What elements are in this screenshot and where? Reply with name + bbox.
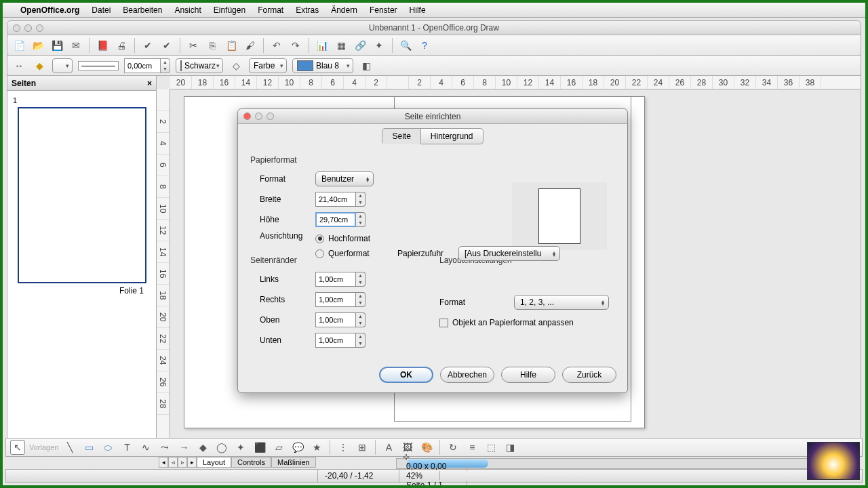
stars-icon[interactable]: ★ — [309, 440, 324, 455]
print-icon[interactable]: 🖨 — [114, 38, 129, 53]
ellipse-icon[interactable]: ⬭ — [100, 440, 115, 455]
margin-bottom-input[interactable] — [315, 333, 356, 348]
dialog-minimize-icon[interactable] — [255, 113, 262, 120]
sheet-tab-layout[interactable]: Layout — [197, 457, 231, 468]
status-zoom[interactable]: 42% — [399, 471, 440, 481]
line-width-input[interactable] — [124, 58, 161, 73]
line-width-stepper[interactable]: ▲▼ — [161, 58, 170, 73]
undo-icon[interactable]: ↶ — [269, 38, 284, 53]
autospell-icon[interactable]: ✔ — [159, 38, 174, 53]
tab-seite[interactable]: Seite — [382, 128, 420, 144]
curve-icon[interactable]: ∿ — [138, 440, 153, 455]
tab-nav-next-icon[interactable]: ▹ — [178, 457, 187, 468]
cancel-button[interactable]: Abbrechen — [440, 367, 494, 383]
copy-icon[interactable]: ⎘ — [205, 38, 220, 53]
close-panel-icon[interactable]: × — [147, 79, 152, 88]
margin-bottom-stepper[interactable]: ▲▼ — [356, 333, 366, 348]
back-button[interactable]: Zurück — [562, 367, 616, 383]
paste-icon[interactable]: 📋 — [224, 38, 239, 53]
rotate-icon[interactable]: ↻ — [446, 440, 460, 455]
format-select[interactable]: Benutzer — [315, 171, 374, 186]
pdf-icon[interactable]: 📕 — [95, 38, 110, 53]
tab-nav-last-icon[interactable]: ▸ — [187, 457, 197, 468]
fontwork-icon[interactable]: A — [381, 440, 396, 455]
width-stepper[interactable]: ▲▼ — [356, 192, 366, 207]
menu-einfuegen[interactable]: Einfügen — [214, 5, 245, 15]
open-icon[interactable]: 📂 — [31, 38, 45, 53]
table-icon[interactable]: ▦ — [334, 38, 349, 53]
arrow-icon[interactable]: ↔ — [12, 58, 26, 73]
margin-left-stepper[interactable]: ▲▼ — [356, 272, 366, 287]
margin-right-input[interactable] — [315, 292, 356, 307]
tab-nav-prev-icon[interactable]: ◃ — [168, 457, 178, 468]
email-icon[interactable]: ✉ — [68, 38, 83, 53]
layout-format-select[interactable]: 1, 2, 3, ... — [514, 295, 609, 310]
fill-color-combo[interactable]: Blau 8 — [292, 58, 353, 73]
line-icon[interactable]: ╲ — [62, 440, 77, 455]
zoom-icon[interactable]: 🔍 — [398, 38, 413, 53]
height-input[interactable] — [315, 212, 356, 227]
menu-hilfe[interactable]: Hilfe — [410, 5, 426, 15]
basic-shapes-icon[interactable]: ◯ — [214, 440, 229, 455]
margin-top-input[interactable] — [315, 312, 356, 327]
align-icon[interactable]: ≡ — [465, 440, 479, 455]
menu-datei[interactable]: Datei — [92, 5, 111, 15]
close-icon[interactable] — [13, 24, 20, 32]
shadow-icon[interactable]: ◧ — [359, 58, 374, 73]
menu-fenster[interactable]: Fenster — [370, 5, 397, 15]
point-edit-icon[interactable]: ◆ — [32, 58, 47, 73]
sheet-tab-controls[interactable]: Controls — [231, 457, 271, 468]
navigator-icon[interactable]: ✦ — [372, 38, 387, 53]
new-icon[interactable]: 📄 — [12, 38, 26, 53]
rect-icon[interactable]: ▭ — [81, 440, 96, 455]
fit-object-checkbox[interactable] — [439, 319, 448, 327]
hyperlink-icon[interactable]: 🔗 — [353, 38, 368, 53]
connector-icon[interactable]: ⤳ — [157, 440, 172, 455]
margin-right-stepper[interactable]: ▲▼ — [356, 292, 366, 307]
margin-left-input[interactable] — [315, 272, 356, 287]
dialog-zoom-icon[interactable] — [267, 113, 274, 120]
callouts-icon[interactable]: 💬 — [290, 440, 305, 455]
help-button[interactable]: Hilfe — [501, 367, 555, 383]
tab-hintergrund[interactable]: Hintergrund — [421, 128, 484, 144]
menu-extras[interactable]: Extras — [296, 5, 319, 15]
text-icon[interactable]: T — [119, 440, 134, 455]
arrow-style-combo[interactable] — [52, 58, 73, 73]
minimize-icon[interactable] — [24, 24, 32, 32]
menu-format[interactable]: Format — [258, 5, 283, 15]
width-input[interactable] — [315, 192, 356, 207]
menu-ansicht[interactable]: Ansicht — [174, 5, 201, 15]
height-stepper[interactable]: ▲▼ — [356, 212, 366, 227]
page-thumbnail[interactable] — [18, 107, 146, 283]
chart-icon[interactable]: 📊 — [315, 38, 330, 53]
spellcheck-icon[interactable]: ✔ — [140, 38, 155, 53]
line-style-combo[interactable] — [78, 61, 119, 70]
line-color-combo[interactable]: Schwarz — [176, 58, 223, 73]
lines-arrows-icon[interactable]: → — [176, 440, 191, 455]
paper-tray-select[interactable]: [Aus Druckereinstellu — [458, 246, 560, 261]
glue-icon[interactable]: ⊞ — [355, 440, 370, 455]
tab-nav-first-icon[interactable]: ◂ — [159, 457, 168, 468]
help-icon[interactable]: ? — [417, 38, 432, 53]
points-icon[interactable]: ⋮ — [336, 440, 351, 455]
extrusion-icon[interactable]: ◨ — [502, 440, 517, 455]
3d-icon[interactable]: ◆ — [195, 440, 210, 455]
flowcharts-icon[interactable]: ▱ — [271, 440, 286, 455]
cut-icon[interactable]: ✂ — [186, 38, 201, 53]
margin-top-stepper[interactable]: ▲▼ — [356, 312, 366, 327]
menu-app[interactable]: OpenOffice.org — [20, 5, 79, 15]
menu-aendern[interactable]: Ändern — [331, 5, 357, 15]
sheet-tab-masslinien[interactable]: Maßlinien — [271, 457, 316, 468]
area-icon[interactable]: ◇ — [229, 58, 243, 73]
zoom-icon[interactable] — [36, 24, 43, 32]
redo-icon[interactable]: ↷ — [288, 38, 303, 53]
save-icon[interactable]: 💾 — [50, 38, 64, 53]
fill-type-combo[interactable]: Farbe — [249, 58, 287, 73]
menu-bearbeiten[interactable]: Bearbeiten — [123, 5, 162, 15]
gallery-icon[interactable]: 🎨 — [419, 440, 434, 455]
arrange-icon[interactable]: ⬚ — [484, 440, 498, 455]
portrait-radio[interactable] — [315, 235, 324, 243]
select-icon[interactable]: ↖ — [10, 440, 25, 455]
symbol-shapes-icon[interactable]: ✦ — [233, 440, 248, 455]
dialog-close-icon[interactable] — [243, 113, 251, 120]
